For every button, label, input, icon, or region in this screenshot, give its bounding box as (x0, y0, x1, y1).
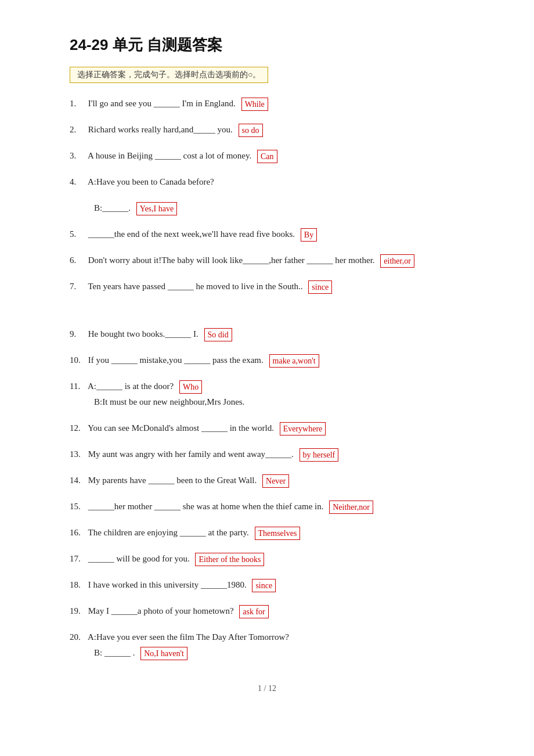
extra-text: B:It must be our new neighbour,Mrs Jones… (94, 397, 244, 406)
q-num: 4. (70, 174, 86, 190)
question-text: A:______ is at the door? (88, 381, 174, 391)
answer-tag: By (301, 228, 317, 242)
q-num: 9. (70, 326, 86, 342)
question-item: 6. Don't worry about it!The baby will lo… (70, 253, 464, 268)
answer-tag: So did (204, 328, 232, 341)
q-num (70, 305, 86, 321)
question-text: The children are enjoying ______ at the … (88, 528, 248, 537)
q-num: 18. (70, 577, 86, 593)
question-item: 3. A house in Beijing ______ cost a lot … (70, 148, 464, 164)
q-num: 14. (70, 473, 86, 488)
answer-tag: Neither,nor (329, 501, 373, 514)
question-list: 1. I'll go and see you ______ I'm in Eng… (70, 96, 464, 661)
question-item: 4. A:Have you been to Canada before? (70, 174, 464, 190)
q-num: 1. (70, 96, 86, 111)
answer-tag: so do (239, 124, 263, 137)
question-item: 12. You can see McDonald's almost ______… (70, 420, 464, 436)
answer-tag: Never (262, 474, 289, 488)
question-item: 20. A:Have you ever seen the film The Da… (70, 629, 464, 661)
answer-tag: No,I haven't (140, 647, 187, 660)
answer-tag: Can (257, 150, 277, 163)
answer-tag: make a,won't (269, 354, 319, 368)
question-item: 10. If you ______ mistake,you ______ pas… (70, 352, 464, 368)
extra-line: B: ______ . No,I haven't (70, 645, 464, 661)
answer-tag: either,or (380, 254, 414, 268)
q-num: 17. (70, 551, 86, 567)
question-item: 11. A:______ is at the door? Who B:It mu… (70, 379, 464, 410)
q-num: 19. (70, 603, 86, 619)
answer-tag: While (241, 98, 268, 111)
question-item: 16. The children are enjoying ______ at … (70, 525, 464, 541)
question-item: 1. I'll go and see you ______ I'm in Eng… (70, 96, 464, 111)
question-text: Richard works really hard,and_____ you. (88, 125, 233, 134)
question-text: Don't worry about it!The baby will look … (88, 255, 375, 265)
question-text: Ten years have passed ______ he moved to… (88, 282, 302, 291)
q-num: 10. (70, 352, 86, 368)
q-num: 3. (70, 148, 86, 164)
page-footer: 1 / 12 (70, 684, 464, 693)
q-num: 15. (70, 499, 86, 514)
answer-tag: Everywhere (280, 422, 326, 435)
answer-tag: by herself (300, 448, 339, 462)
q-num: 20. (70, 629, 86, 645)
extra-text: B: ______ . (94, 648, 135, 657)
extra-line: B:It must be our new neighbour,Mrs Jones… (70, 394, 464, 410)
q-num: 7. (70, 279, 86, 294)
page-title: 24-29 单元 自测题答案 (70, 35, 464, 55)
question-text: A:Have you been to Canada before? (88, 177, 214, 186)
question-item: 19. May I ______a photo of your hometown… (70, 603, 464, 619)
question-text: B:______. (94, 203, 131, 213)
answer-tag: Yes,I have (136, 202, 177, 215)
question-text: He bought two books.______ I. (88, 329, 199, 339)
question-text: My parents have ______ been to the Great… (88, 476, 257, 485)
question-text: A:Have you ever seen the film The Day Af… (88, 632, 289, 642)
question-text: My aunt was angry with her family and we… (88, 449, 294, 459)
question-text: ______ will be good for you. (88, 554, 190, 563)
q-num: 13. (70, 447, 86, 462)
question-item: 15. ______her mother ______ she was at h… (70, 499, 464, 514)
q-num: 2. (70, 122, 86, 138)
answer-tag: Who (179, 380, 202, 394)
question-item: 17. ______ will be good for you. Either … (70, 551, 464, 567)
q-num: 12. (70, 420, 86, 436)
question-item: 14. My parents have ______ been to the G… (70, 473, 464, 488)
answer-tag: Either of the books (195, 553, 264, 566)
sub-line: B:______. Yes,I have (70, 200, 464, 216)
question-text: ______the end of the next week,we'll hav… (88, 229, 295, 239)
question-text: I have worked in this university ______1… (88, 580, 247, 589)
question-item (70, 305, 464, 321)
question-text: If you ______ mistake,you ______ pass th… (88, 355, 264, 365)
question-item: 5. ______the end of the next week,we'll … (70, 226, 464, 242)
question-item: 18. I have worked in this university ___… (70, 577, 464, 593)
q-num: 16. (70, 525, 86, 541)
question-text: A house in Beijing ______ cost a lot of … (88, 151, 251, 160)
question-text: You can see McDonald's almost ______ in … (88, 423, 274, 433)
answer-tag: Themselves (255, 527, 301, 540)
question-item: 7. Ten years have passed ______ he moved… (70, 279, 464, 294)
q-num: 6. (70, 253, 86, 268)
question-item: 2. Richard works really hard,and_____ yo… (70, 122, 464, 138)
answer-tag: since (308, 280, 332, 294)
question-text: I'll go and see you ______ I'm in Englan… (88, 99, 236, 108)
question-item: B:______. Yes,I have (70, 200, 464, 216)
answer-tag: ask for (239, 605, 269, 618)
question-text: ______her mother ______ she was at home … (88, 502, 324, 511)
answer-tag: since (252, 579, 276, 592)
question-item: 13. My aunt was angry with her family an… (70, 447, 464, 462)
instruction-box: 选择正确答案，完成句子。选择时点击选项前的○。 (70, 67, 268, 83)
q-num: 5. (70, 226, 86, 242)
question-text: May I ______a photo of your hometown? (88, 606, 234, 615)
q-num: 11. (70, 379, 86, 394)
question-item: 9. He bought two books.______ I. So did (70, 326, 464, 342)
